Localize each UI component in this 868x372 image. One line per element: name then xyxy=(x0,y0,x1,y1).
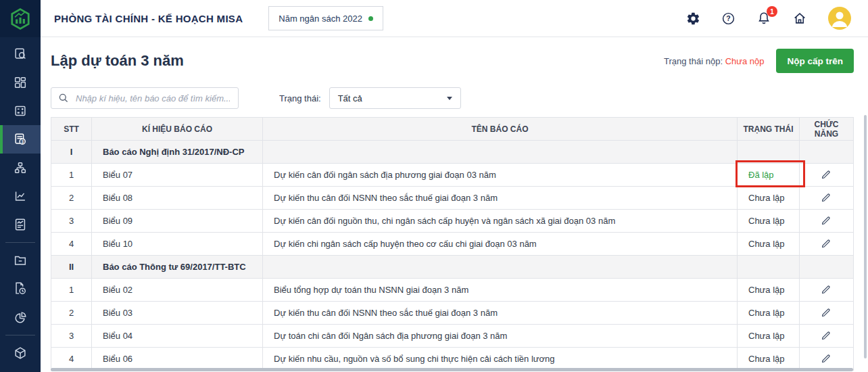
app-logo[interactable] xyxy=(0,0,41,37)
table-row: 4 Biểu 06 Dự kiến nhu cầu, nguồn và số b… xyxy=(51,348,854,371)
submit-to-superior-button[interactable]: Nộp cấp trên xyxy=(776,49,854,73)
home-button[interactable] xyxy=(792,11,807,26)
col-header-function: CHỨC NĂNG xyxy=(800,118,854,141)
sidebar-item-report-chart[interactable] xyxy=(0,210,41,239)
notification-badge: 1 xyxy=(767,6,777,17)
chevron-down-icon xyxy=(447,97,452,100)
function-cell xyxy=(800,325,854,348)
help-button[interactable]: ? xyxy=(721,11,736,26)
edit-pen-icon xyxy=(821,283,832,295)
document-clock-icon xyxy=(13,281,28,296)
header-actions: ? 1 xyxy=(686,7,851,30)
table-row: 1 Biểu 02 Biểu tổng hợp dự toán thu NSNN… xyxy=(51,279,854,302)
sidebar-item-calculator[interactable] xyxy=(0,97,41,125)
settings-button[interactable] xyxy=(686,11,700,26)
table-header-row: STT KÍ HIỆU BÁO CÁO TÊN BÁO CÁO TRẠNG TH… xyxy=(51,118,854,141)
report-code: Biểu 10 xyxy=(92,233,263,256)
search-icon xyxy=(58,93,69,103)
report-code: Biểu 09 xyxy=(92,210,263,233)
budget-year-label: Năm ngân sách 2022 xyxy=(279,14,362,24)
title-row: Lập dự toán 3 năm Trạng thái nộp: Chưa n… xyxy=(51,49,854,73)
sidebar-item-cube[interactable] xyxy=(0,339,41,367)
status-text: Đã lập xyxy=(748,170,774,180)
sidebar-divider xyxy=(5,242,35,243)
search-input[interactable] xyxy=(74,93,231,104)
report-name: Dự kiến thu cân đối NSNN theo sắc thuế g… xyxy=(263,302,738,325)
section-label: Báo cáo Thông tư 69/2017/TT-BTC xyxy=(92,256,263,279)
edit-pen-icon xyxy=(821,306,832,318)
report-code: Biểu 07 xyxy=(92,164,263,187)
app-window: 3 xyxy=(0,0,868,372)
sidebar-item-dashboard[interactable] xyxy=(0,68,41,97)
submit-status-label: Trạng thái nộp: xyxy=(664,56,723,66)
report-name: Dự kiến cân đối nguồn thu, chi ngân sách… xyxy=(263,210,738,233)
edit-pen-icon xyxy=(821,352,832,364)
report-name: Dự kiến chi ngân sách cấp huyện theo cơ … xyxy=(263,233,738,256)
edit-button[interactable] xyxy=(821,191,832,203)
status-text: Chưa lập xyxy=(748,308,785,318)
main-area: PHÒNG TÀI CHÍNH - KẾ HOẠCH MISA Năm ngân… xyxy=(41,0,868,372)
avatar-person-icon xyxy=(828,7,851,30)
report-name: Dự kiến nhu cầu, nguồn và số bổ sung chi… xyxy=(263,348,738,371)
edit-button[interactable] xyxy=(821,306,832,318)
organization-title: PHÒNG TÀI CHÍNH - KẾ HOẠCH MISA xyxy=(54,13,243,24)
vertical-scrollbar[interactable] xyxy=(864,115,867,358)
edit-button[interactable] xyxy=(821,329,832,341)
edit-button[interactable] xyxy=(821,352,832,364)
sidebar: 3 xyxy=(0,0,41,372)
status-cell: Chưa lập xyxy=(738,348,800,371)
sidebar-item-budget-3year[interactable]: 3 xyxy=(0,125,41,154)
svg-text:?: ? xyxy=(726,14,730,22)
user-avatar[interactable] xyxy=(828,7,851,30)
row-index: 3 xyxy=(51,325,92,348)
report-name: Dự kiến cân đối ngân sách địa phương gia… xyxy=(263,164,738,187)
home-icon xyxy=(792,11,807,26)
row-index: 3 xyxy=(51,210,92,233)
edit-button[interactable] xyxy=(821,283,832,295)
col-header-status: TRẠNG THÁI xyxy=(738,118,800,141)
report-code: Biểu 02 xyxy=(92,279,263,302)
row-index: 1 xyxy=(51,279,92,302)
row-index: 4 xyxy=(51,233,92,256)
status-cell: Chưa lập xyxy=(738,279,800,302)
status-filter-select[interactable]: Tất cả xyxy=(329,87,461,109)
report-code: Biểu 03 xyxy=(92,302,263,325)
sidebar-item-org-chart[interactable] xyxy=(0,154,41,182)
report-name: Dự toán chi cân đối Ngân sách địa phương… xyxy=(263,325,738,348)
sidebar-nav: 3 xyxy=(0,37,41,367)
budget-year-button[interactable]: Năm ngân sách 2022 xyxy=(268,6,383,30)
section-label: Báo cáo Nghị định 31/2017/NĐ-CP xyxy=(92,141,263,164)
row-index: 2 xyxy=(51,187,92,210)
budget-3year-icon: 3 xyxy=(13,132,28,147)
col-header-code: KÍ HIỆU BÁO CÁO xyxy=(92,118,263,141)
org-chart-icon xyxy=(13,160,28,175)
notifications-button[interactable]: 1 xyxy=(756,11,771,26)
row-index: 2 xyxy=(51,302,92,325)
function-cell xyxy=(800,164,854,187)
sidebar-item-pie-chart[interactable] xyxy=(0,303,41,331)
sidebar-item-document-search[interactable] xyxy=(0,40,41,68)
sidebar-item-document-clock[interactable] xyxy=(0,275,41,303)
calculator-icon xyxy=(13,103,28,118)
svg-text:3: 3 xyxy=(21,139,24,144)
status-text: Chưa lập xyxy=(748,354,785,364)
edit-button[interactable] xyxy=(821,168,832,180)
search-box[interactable] xyxy=(51,87,239,109)
table-row: 4 Biểu 10 Dự kiến chi ngân sách cấp huyệ… xyxy=(51,233,854,256)
edit-button[interactable] xyxy=(821,237,832,249)
sidebar-item-folder[interactable] xyxy=(0,246,41,275)
line-chart-icon xyxy=(13,189,28,204)
status-cell: Đã lập xyxy=(738,164,800,187)
function-cell xyxy=(800,348,854,371)
table-section-row: I Báo cáo Nghị định 31/2017/NĐ-CP xyxy=(51,141,854,164)
horizontal-scrollbar[interactable] xyxy=(51,368,853,371)
sidebar-divider xyxy=(5,335,35,335)
report-table-body: I Báo cáo Nghị định 31/2017/NĐ-CP 1 Biểu… xyxy=(51,141,854,371)
sidebar-item-line-chart[interactable] xyxy=(0,182,41,210)
cube-icon xyxy=(13,346,28,361)
report-code: Biểu 08 xyxy=(92,187,263,210)
submit-status-value: Chưa nộp xyxy=(725,56,765,66)
function-cell xyxy=(800,233,854,256)
edit-button[interactable] xyxy=(821,214,832,226)
table-row: 3 Biểu 09 Dự kiến cân đối nguồn thu, chi… xyxy=(51,210,854,233)
